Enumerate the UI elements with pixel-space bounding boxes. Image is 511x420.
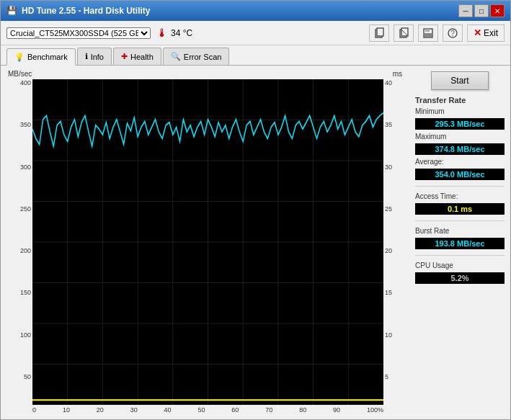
toolbar: Crucial_CT525MX300SSD4 (525 GB) 🌡 34 °C: [1, 21, 510, 45]
exit-label: Exit: [484, 28, 498, 38]
y-left-label: MB/sec: [8, 70, 32, 78]
help-button[interactable]: ?: [443, 24, 463, 42]
copy-icon: [373, 27, 385, 39]
chart-axis-labels-top: MB/sec ms: [6, 70, 404, 78]
access-time-value: 0.1 ms: [415, 203, 505, 215]
info-tab-label: Info: [91, 53, 104, 61]
maximize-button[interactable]: □: [474, 4, 489, 17]
temperature-value: 34 °C: [171, 28, 192, 38]
divider-1: [415, 186, 505, 187]
health-tab-label: Health: [130, 53, 154, 61]
benchmark-chart: [32, 79, 383, 405]
tab-benchmark[interactable]: 💡 Benchmark: [6, 48, 76, 66]
paste-icon: [398, 27, 409, 39]
maximum-value: 374.8 MB/sec: [415, 143, 505, 155]
copy-button[interactable]: [369, 24, 389, 42]
start-button[interactable]: Start: [431, 71, 489, 90]
save-icon: [422, 27, 434, 39]
average-label: Average:: [415, 158, 505, 166]
tab-health[interactable]: ✚ Health: [113, 48, 161, 65]
main-window: 💾 HD Tune 2.55 - Hard Disk Utility ─ □ ✕…: [0, 0, 511, 420]
title-bar-left: 💾 HD Tune 2.55 - Hard Disk Utility: [6, 6, 150, 16]
y-axis-left: 400 350 300 250 200 150 100 50: [9, 79, 31, 415]
benchmark-tab-label: Benchmark: [27, 53, 68, 61]
burst-rate-section: Burst Rate 193.8 MB/sec: [415, 227, 505, 249]
exit-button[interactable]: ✕ Exit: [467, 24, 505, 42]
thermometer-icon: 🌡: [156, 27, 168, 40]
burst-rate-label: Burst Rate: [415, 227, 505, 235]
cpu-usage-label: CPU Usage: [415, 262, 505, 269]
error-scan-tab-label: Error Scan: [184, 53, 222, 61]
help-icon: ?: [447, 27, 458, 39]
divider-3: [415, 255, 505, 256]
title-bar-controls: ─ □ ✕: [458, 4, 505, 17]
tab-info[interactable]: ℹ Info: [77, 48, 112, 65]
transfer-rate-section: Transfer Rate Minimum 295.3 MB/sec Maxim…: [415, 96, 505, 180]
sidebar: Start Transfer Rate Minimum 295.3 MB/sec…: [409, 66, 510, 419]
divider-2: [415, 220, 505, 221]
info-tab-icon: ℹ: [85, 52, 88, 61]
minimum-label: Minimum: [415, 107, 505, 115]
close-button[interactable]: ✕: [490, 4, 505, 17]
maximum-label: Maximum: [415, 133, 505, 140]
exit-x-icon: ✕: [474, 27, 481, 38]
cpu-usage-value: 5.2%: [415, 272, 505, 284]
minimize-button[interactable]: ─: [458, 4, 473, 17]
error-scan-tab-icon: 🔍: [171, 52, 181, 61]
tab-bar: 💡 Benchmark ℹ Info ✚ Health 🔍 Error Scan: [1, 45, 510, 66]
health-tab-icon: ✚: [121, 52, 128, 61]
y-axis-right: 40 35 30 25 20 15 10 5: [385, 79, 399, 415]
start-button-wrap: Start: [415, 71, 505, 90]
main-content: MB/sec ms 400 350 300 250 200 150 100 50: [1, 66, 510, 419]
app-icon: 💾: [6, 6, 17, 16]
access-time-section: Access Time: 0.1 ms: [415, 192, 505, 215]
access-time-label: Access Time:: [415, 192, 505, 200]
chart-wrapper: 400 350 300 250 200 150 100 50 40 35 30 …: [32, 79, 383, 415]
svg-rect-7: [425, 33, 432, 37]
title-bar: 💾 HD Tune 2.55 - Hard Disk Utility ─ □ ✕: [1, 1, 510, 21]
cpu-usage-section: CPU Usage 5.2%: [415, 262, 505, 284]
tab-error-scan[interactable]: 🔍 Error Scan: [163, 48, 230, 65]
burst-rate-value: 193.8 MB/sec: [415, 238, 505, 249]
y-right-label: ms: [393, 70, 402, 78]
save-button[interactable]: [418, 24, 438, 42]
paste-button[interactable]: [394, 24, 414, 42]
chart-area: MB/sec ms 400 350 300 250 200 150 100 50: [1, 66, 409, 419]
benchmark-tab-icon: 💡: [14, 53, 25, 62]
svg-rect-1: [377, 28, 383, 36]
svg-rect-6: [425, 29, 430, 32]
drive-selector-wrap: Crucial_CT525MX300SSD4 (525 GB): [6, 27, 151, 39]
minimum-value: 295.3 MB/sec: [415, 118, 505, 130]
window-title: HD Tune 2.55 - Hard Disk Utility: [22, 6, 150, 16]
chart-svg-container: [32, 79, 383, 405]
drive-selector[interactable]: Crucial_CT525MX300SSD4 (525 GB): [6, 27, 151, 39]
transfer-rate-label: Transfer Rate: [415, 96, 505, 104]
x-axis-labels: 0 10 20 30 40 50 60 70 80 90 100%: [32, 405, 383, 415]
average-value: 354.0 MB/sec: [415, 169, 505, 180]
toolbar-right: ? ✕ Exit: [369, 24, 505, 42]
temperature-display: 🌡 34 °C: [156, 27, 192, 40]
svg-text:?: ?: [450, 30, 455, 37]
